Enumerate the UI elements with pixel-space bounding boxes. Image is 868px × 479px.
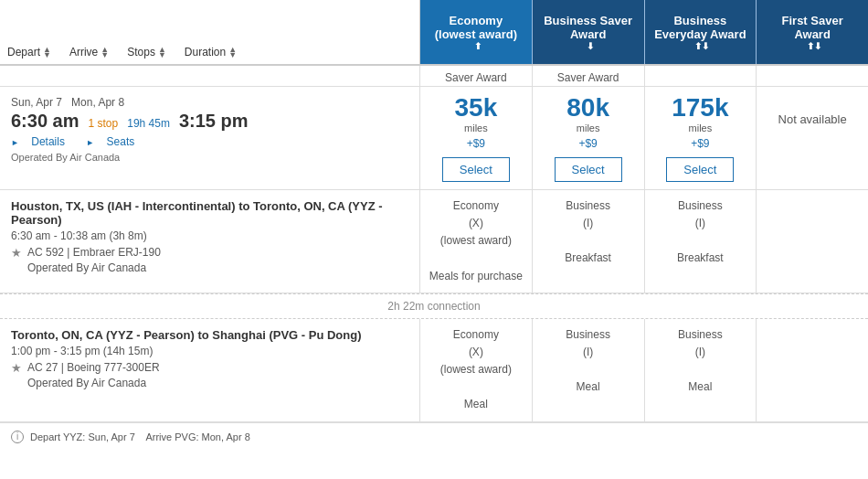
economy-sort-icon: ⬆ xyxy=(474,41,482,51)
connection-label: 2h 22m connection xyxy=(387,300,480,313)
seats-link[interactable]: ► Seats xyxy=(86,135,143,148)
biz-everyday-award-type xyxy=(645,66,757,86)
economy-miles: 35k xyxy=(455,94,498,122)
biz-saver-header: Business Saver Award ⬇ xyxy=(533,0,645,64)
seg2-bizeveryday-meal: Meal xyxy=(651,378,751,396)
biz-everyday-header: Business Everyday Award ⬆⬇ xyxy=(645,0,757,64)
subheader-row: Saver Award Saver Award xyxy=(0,66,868,87)
segment-2-times: 1:00 pm - 3:15 pm (14h 15m) xyxy=(11,345,408,357)
economy-award-type: Saver Award xyxy=(420,66,533,86)
seats-triangle: ► xyxy=(86,138,94,147)
economy-miles-label: miles xyxy=(464,122,488,133)
segment-2-aircraft-row: ★ AC 27 | Boeing 777-300ER xyxy=(11,361,408,375)
seg2-eco-sub2: (lowest award) xyxy=(426,361,526,378)
flight-main-row: Sun, Apr 7 Mon, Apr 8 6:30 am 1 stop 19h… xyxy=(0,87,868,190)
seg2-bizsaver-class: Business xyxy=(538,326,639,344)
arrive-sort[interactable]: Arrive ▲▼ xyxy=(69,46,109,59)
flight-info: Sun, Apr 7 Mon, Apr 8 6:30 am 1 stop 19h… xyxy=(0,87,420,189)
segment-1-times: 6:30 am - 10:38 am (3h 8m) xyxy=(11,229,408,242)
biz-everyday-award-cell: 175k miles +$9 Select xyxy=(645,87,757,189)
depart-time: 6:30 am xyxy=(11,111,79,132)
duration-sort[interactable]: Duration ▲▼ xyxy=(185,46,237,59)
biz-saver-award-cell: 80k miles +$9 Select xyxy=(533,87,645,189)
biz-everyday-tax: +$9 xyxy=(691,137,709,150)
details-link[interactable]: ► Details xyxy=(11,135,74,148)
segment-1-economy: Economy (X) (lowest award) Meals for pur… xyxy=(420,190,533,293)
seg1-bizeveryday-meal: Breakfast xyxy=(651,250,751,267)
segment-1-section: Houston, TX, US (IAH - Intercontinental)… xyxy=(0,190,868,293)
segment-2-biz-saver: Business (I) Meal xyxy=(533,319,645,421)
arrive-sort-icon: ▲▼ xyxy=(101,47,109,59)
stops-sort-icon: ▲▼ xyxy=(158,47,166,59)
economy-header: Economy (lowest award) ⬆ xyxy=(420,0,533,64)
biz-saver-miles-label: miles xyxy=(577,122,600,133)
segment-1-operated: Operated By Air Canada xyxy=(11,261,408,274)
biz-saver-tax: +$9 xyxy=(578,137,597,150)
economy-award-cell: 35k miles +$9 Select xyxy=(420,87,533,189)
segment-1-info: Houston, TX, US (IAH - Intercontinental)… xyxy=(0,190,420,293)
biz-saver-sort-icon: ⬇ xyxy=(587,41,594,51)
subheader-left xyxy=(0,66,420,86)
segment-1-aircraft: AC 592 | Embraer ERJ-190 xyxy=(27,246,161,259)
flight-links: ► Details ► Seats xyxy=(11,135,408,148)
seg2-bizeveryday-subclass: (I) xyxy=(651,344,751,361)
seg1-eco-sub2: (lowest award) xyxy=(426,232,526,250)
star-icon: ★ xyxy=(11,246,22,260)
seg1-bizeveryday-class: Business xyxy=(651,197,751,215)
details-triangle: ► xyxy=(11,138,19,147)
first-saver-award-cell: Not available xyxy=(757,87,868,189)
segment-2-operated: Operated By Air Canada xyxy=(11,377,408,389)
seg2-eco-meal: Meal xyxy=(426,396,526,413)
flight-columns-header: Depart ▲▼ Arrive ▲▼ Stops ▲▼ Duration ▲▼ xyxy=(0,0,420,64)
biz-saver-award-type: Saver Award xyxy=(533,66,645,86)
segment-2-row: Toronto, ON, CA (YYZ - Pearson) to Shang… xyxy=(0,319,868,421)
flight-date-range: Sun, Apr 7 Mon, Apr 8 xyxy=(11,96,408,109)
seg1-bizsaver-subclass: (I) xyxy=(538,215,639,232)
footer-info: i Depart YYZ: Sun, Apr 7 Arrive PVG: Mon… xyxy=(0,422,868,451)
segment-1-first-saver xyxy=(757,190,868,293)
flight-times: 6:30 am 1 stop 19h 45m 3:15 pm xyxy=(11,111,408,132)
depart-sort-icon: ▲▼ xyxy=(43,47,51,59)
segment-1-biz-saver: Business (I) Breakfast xyxy=(533,190,645,293)
seg2-bizsaver-subclass: (I) xyxy=(538,344,639,361)
info-icon: i xyxy=(11,431,24,443)
seg2-bizsaver-meal: Meal xyxy=(538,378,639,396)
connection-row: 2h 22m connection xyxy=(0,293,868,319)
seg1-eco-subclass: (X) xyxy=(426,215,526,232)
segment-2-section: Toronto, ON, CA (YYZ - Pearson) to Shang… xyxy=(0,319,868,422)
segment-1-route: Houston, TX, US (IAH - Intercontinental)… xyxy=(11,199,408,227)
flight-duration: 19h 45m xyxy=(127,117,170,130)
seg2-bizeveryday-class: Business xyxy=(651,326,751,344)
seg2-eco-subclass: (X) xyxy=(426,344,526,361)
economy-tax: +$9 xyxy=(467,137,485,150)
stops-sort[interactable]: Stops ▲▼ xyxy=(127,46,166,59)
seg1-eco-meal: Meals for purchase xyxy=(426,268,526,285)
footer-depart-label: Depart YYZ: xyxy=(30,431,85,442)
biz-everyday-select-button[interactable]: Select xyxy=(666,157,734,182)
footer-depart-value: Sun, Apr 7 xyxy=(88,431,134,442)
footer-arrive-value: Mon, Apr 8 xyxy=(202,431,250,442)
seg1-bizsaver-class: Business xyxy=(538,197,639,215)
economy-select-button[interactable]: Select xyxy=(442,157,510,182)
segment-1-row: Houston, TX, US (IAH - Intercontinental)… xyxy=(0,190,868,293)
segment-2-biz-everyday: Business (I) Meal xyxy=(645,319,757,421)
first-saver-sort-icon: ⬆⬇ xyxy=(807,41,821,51)
header-row: Depart ▲▼ Arrive ▲▼ Stops ▲▼ Duration ▲▼… xyxy=(0,0,868,66)
biz-saver-miles: 80k xyxy=(566,94,609,122)
star-icon-2: ★ xyxy=(11,361,22,375)
segment-1-aircraft-row: ★ AC 592 | Embraer ERJ-190 xyxy=(11,246,408,260)
segment-1-biz-everyday: Business (I) Breakfast xyxy=(645,190,757,293)
duration-sort-icon: ▲▼ xyxy=(228,47,237,59)
footer-arrive-label: Arrive PVG: xyxy=(145,431,198,442)
depart-sort[interactable]: Depart ▲▼ xyxy=(7,46,51,59)
segment-2-first-saver xyxy=(757,319,868,421)
seg2-eco-class: Economy xyxy=(426,326,526,344)
seg1-bizsaver-meal: Breakfast xyxy=(538,250,639,267)
biz-saver-select-button[interactable]: Select xyxy=(555,157,622,182)
biz-everyday-miles: 175k xyxy=(672,94,728,122)
not-available-label: Not available xyxy=(778,94,847,126)
segment-2-economy: Economy (X) (lowest award) Meal xyxy=(420,319,533,421)
biz-everyday-miles-label: miles xyxy=(689,122,713,133)
segment-2-aircraft: AC 27 | Boeing 777-300ER xyxy=(27,361,160,374)
biz-everyday-sort-icon: ⬆⬇ xyxy=(694,41,709,51)
